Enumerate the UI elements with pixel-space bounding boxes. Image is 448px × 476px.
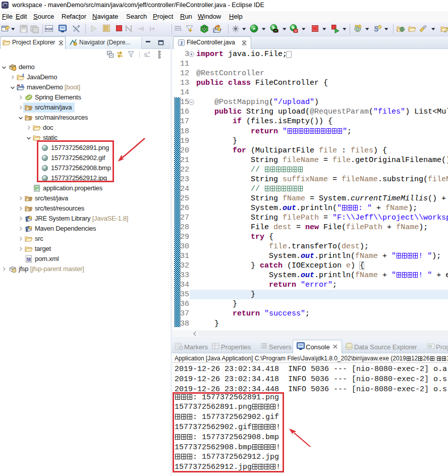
svg-text:M: M — [27, 257, 31, 262]
svg-text:S: S — [374, 25, 378, 33]
svg-text:M: M — [17, 84, 20, 87]
svg-text:010: 010 — [45, 27, 52, 31]
svg-text:J: J — [180, 40, 183, 46]
svg-text:P: P — [35, 186, 38, 191]
